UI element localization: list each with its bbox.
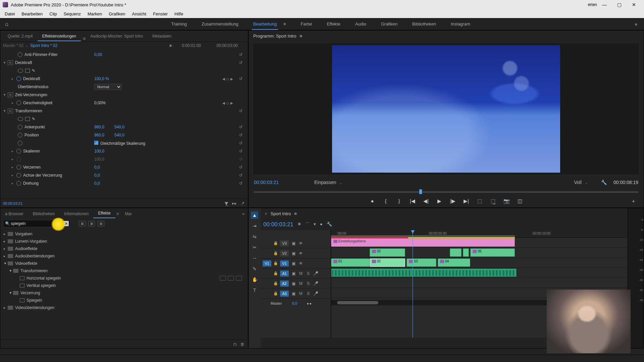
delete-icon[interactable]: 🗑 (240, 342, 245, 347)
tab-marken[interactable]: Mar (120, 209, 137, 218)
effect-folder[interactable]: ▸Audioüberblendungen (0, 252, 248, 260)
resolution-select[interactable]: Voll⌄ (574, 180, 588, 185)
ripple-edit-tool[interactable]: ⇆ (251, 233, 258, 240)
effect-folder[interactable]: ▸Audioeffekte (0, 245, 248, 252)
workspace-bearbeitung[interactable]: Bearbeitung (252, 19, 278, 30)
menu-clip[interactable]: Clip (46, 10, 60, 18)
track-head-v2[interactable]: 🔒 V2 ▣👁 (261, 248, 331, 258)
filter-icon[interactable]: ▼̲ (225, 201, 228, 206)
eye-icon[interactable]: 👁 (298, 261, 304, 266)
effect-folder[interactable]: ▸Videoüberblendungen (0, 304, 248, 311)
menu-fenster[interactable]: Fenster (150, 10, 171, 18)
stopwatch-icon[interactable] (16, 76, 21, 81)
panel-menu-icon[interactable]: ≡ (294, 211, 297, 216)
breadcrumb-master[interactable]: Master * 02 (3, 43, 23, 48)
reset-icon[interactable]: ↺ (239, 149, 243, 154)
clip-03[interactable]: 03 (407, 258, 436, 267)
workspace-effekte[interactable]: Effekte (325, 19, 341, 30)
lock-icon[interactable]: 🔒 (273, 241, 278, 245)
effect-folder[interactable]: ▼Videoeffekte (0, 260, 248, 267)
go-to-out-button[interactable]: ▶| (463, 198, 470, 204)
effect-folder[interactable]: ▸Vorgaben (0, 230, 248, 238)
timeline-timecode[interactable]: 00:00:03:21 (263, 221, 293, 228)
mic-icon[interactable]: 🎤 (313, 271, 318, 276)
ec-footer-timecode[interactable]: 00:00:03:21 (3, 201, 22, 205)
next-keyframe-icon[interactable]: ▶ (230, 77, 233, 81)
workspace-audio[interactable]: Audio (354, 19, 368, 30)
menu-marken[interactable]: Marken (84, 10, 105, 18)
timeline-playhead[interactable] (413, 230, 413, 338)
breadcrumb-clip[interactable]: Sport Intro * 02 (30, 43, 57, 48)
new-bin-icon[interactable]: 🗀 (233, 342, 237, 347)
workspace-training[interactable]: Training (170, 19, 188, 30)
maximize-button[interactable]: ▢ (612, 0, 627, 9)
stopwatch-icon[interactable] (18, 133, 22, 137)
pen-tool[interactable]: ✎ (251, 265, 258, 273)
program-timecode-current[interactable]: 00:00:03:21 (254, 180, 314, 185)
panel-menu-icon[interactable]: ≡ (83, 36, 86, 41)
mask-pen-icon[interactable]: ✎ (32, 68, 35, 73)
menu-hilfe[interactable]: Hilfe (171, 10, 186, 18)
export-icon[interactable]: ↗ (241, 201, 245, 206)
clip-01[interactable]: 01 (331, 258, 370, 267)
reset-icon[interactable]: ↺ (239, 181, 243, 186)
track-head-a1[interactable]: 🔒 A1 ▣MS🎤 (261, 268, 331, 279)
menu-grafiken[interactable]: Grafiken (105, 10, 128, 18)
workspace-bibliotheken[interactable]: Bibliotheken (411, 19, 437, 30)
workspace-zusammenstellung[interactable]: Zusammenstellung (200, 19, 240, 30)
menu-bearbeiten[interactable]: Bearbeiten (18, 10, 46, 18)
mark-in-button[interactable]: { (382, 198, 389, 204)
chevron-down-icon[interactable]: ⌄ (25, 44, 28, 47)
row-deckkraft-header[interactable]: ▼fx Deckkraft ↺ (0, 59, 248, 67)
effects-search-input[interactable] (3, 220, 70, 227)
go-to-in-button[interactable]: |◀ (409, 198, 416, 204)
clip-04[interactable]: 04 (438, 258, 470, 267)
sequence-title[interactable]: Sport Intro (271, 211, 291, 216)
panel-menu-icon[interactable]: ≡ (300, 34, 303, 39)
effect-item[interactable]: Vertikal spiegeln (0, 282, 248, 289)
play-only-icon[interactable]: ▶ (170, 44, 172, 47)
reset-icon[interactable]: ↺ (239, 52, 243, 57)
program-scrubber[interactable] (254, 188, 638, 195)
reset-icon[interactable]: ↺ (239, 165, 243, 170)
track-head-v3[interactable]: 🔒 V3 ▣ 👁 (261, 238, 331, 248)
minimize-button[interactable]: — (597, 0, 612, 9)
reset-icon[interactable]: ↺ (239, 141, 243, 145)
mark-out-button[interactable]: } (395, 198, 403, 204)
add-marker-button[interactable]: ● (369, 198, 376, 204)
clip-adjustment-layer[interactable]: Einstellungsebene (331, 238, 515, 247)
lock-icon[interactable]: 🔒 (273, 271, 278, 276)
clip-v2-seg[interactable] (450, 248, 462, 257)
tab-media-browser[interactable]: a-Browser (0, 209, 28, 218)
stopwatch-icon[interactable] (16, 101, 21, 105)
eye-icon[interactable]: 👁 (298, 241, 304, 246)
mask-ellipse-icon[interactable] (18, 117, 23, 121)
mask-ellipse-icon[interactable] (18, 69, 23, 73)
stopwatch-icon[interactable] (18, 141, 22, 145)
track-v2[interactable]: 02 05 (331, 248, 628, 258)
track-head-master[interactable]: Master 0,0 ▸◂ (261, 299, 331, 308)
tab-effekteinstellungen[interactable]: Effekteinstellungen (38, 32, 81, 41)
razor-tool[interactable]: ✂ (251, 244, 258, 251)
reset-icon[interactable]: ↺ (239, 60, 243, 65)
toggle-output-icon[interactable]: ▣ (291, 241, 296, 246)
hand-tool[interactable]: ✋ (251, 276, 258, 283)
workspace-instagram[interactable]: Instagram (449, 19, 472, 30)
menu-sequenz[interactable]: Sequenz (60, 10, 84, 18)
prev-keyframe-icon[interactable]: ◀ (222, 77, 225, 81)
blendmode-select[interactable]: Normal (94, 84, 122, 90)
clip-v2-02[interactable]: 02 (370, 248, 405, 257)
playhead-handle[interactable] (419, 189, 422, 194)
zoom-fit-select[interactable]: Einpassen⌄ (314, 180, 342, 185)
effect-folder[interactable]: ▼Transformieren (0, 267, 248, 275)
step-forward-button[interactable]: |▶ (449, 198, 457, 204)
uniform-scale-checkbox[interactable] (94, 141, 98, 145)
reset-icon[interactable]: ↺ (239, 109, 243, 113)
workspace-farbe[interactable]: Farbe (300, 19, 314, 30)
lock-icon[interactable]: 🔒 (273, 261, 278, 265)
button-editor-icon[interactable]: ＋ (630, 198, 637, 204)
tab-audioclip-mischer[interactable]: Audioclip-Mischer: Sport Intro (86, 32, 148, 41)
row-transform-header[interactable]: ▼fx Transformieren ↺ (0, 107, 248, 115)
source-v1[interactable]: V1 (263, 260, 271, 266)
reset-icon[interactable]: ↺ (239, 76, 243, 81)
